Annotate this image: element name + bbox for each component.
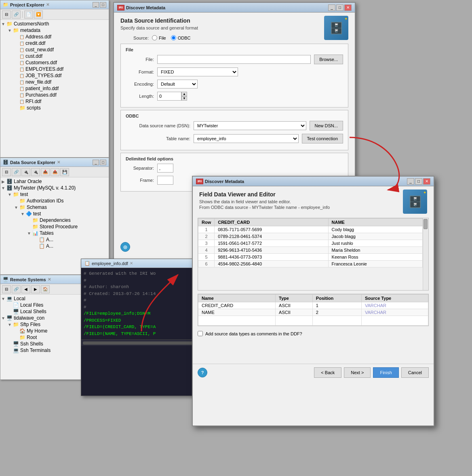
tree-lahar[interactable]: ▶ 🗄️ Lahar Oracle — [1, 178, 108, 185]
tree-rfi[interactable]: 📋 RFI.ddf — [1, 98, 108, 105]
row-num-3: 3 — [198, 240, 215, 247]
schema-icon: 🔷 — [26, 211, 32, 217]
folder-icon: 📁 — [32, 224, 38, 230]
expand-icon: ▼ — [27, 231, 31, 236]
tree-employees[interactable]: 📋 EMPLOYEES.ddf — [1, 66, 108, 72]
main-minimize-btn[interactable]: _ — [328, 4, 335, 11]
odbc-radio-item[interactable]: ODBC — [171, 35, 191, 40]
rs-btn2[interactable]: 🔗 — [12, 285, 21, 293]
rs-btn3[interactable]: ◀ — [21, 285, 30, 293]
tree-test-schema[interactable]: ▼ 🔷 test — [1, 211, 108, 217]
collapse-all-btn[interactable]: ⊟ — [2, 11, 11, 19]
main-maximize-btn[interactable]: □ — [336, 4, 343, 11]
ds-btn1[interactable]: ⊟ — [2, 168, 11, 176]
tree-new-file[interactable]: 📋 new_file.ddf — [1, 79, 108, 85]
tree-customers[interactable]: 📋 Customers.ddf — [1, 59, 108, 66]
frame-input[interactable] — [157, 176, 173, 185]
file-icon: 📋 — [19, 35, 24, 39]
table-scrollbar-thumb[interactable] — [424, 219, 428, 229]
remote-icon: 🖥️ — [3, 277, 8, 282]
format-select[interactable]: FIXED — [157, 67, 238, 76]
finish-button[interactable]: Finish — [373, 367, 398, 378]
close-x-icon: ✕ — [46, 2, 49, 7]
encoding-label: Encoding: — [126, 82, 154, 86]
close-x-icon3: ✕ — [48, 277, 51, 282]
ds-maximize[interactable]: □ — [100, 160, 106, 165]
fv-minimize-btn[interactable]: _ — [407, 178, 414, 185]
tree-cust[interactable]: 📋 cust.ddf — [1, 53, 108, 59]
tree-table-item2[interactable]: 📋 A... — [1, 243, 108, 249]
ds-btn5[interactable]: 📥 — [41, 168, 50, 176]
help-button[interactable]: ? — [198, 368, 207, 377]
ds-btn4[interactable]: 🔌 — [31, 168, 40, 176]
row-num-1: 1 — [198, 226, 215, 233]
ds-minimize[interactable]: _ — [93, 160, 99, 165]
tree-mytwister[interactable]: ▼ 🗄️ MyTwister (MySQL v. 4.1.20) — [1, 185, 108, 191]
field-viewer-dialog: IRI Discover Metadata _ □ ✕ 🗄️ ✦ Field D… — [192, 176, 434, 426]
separator-input[interactable] — [157, 164, 173, 173]
code-line-2: # — [84, 277, 199, 284]
db-icon: 🗄️ — [6, 185, 13, 191]
main-close-btn[interactable]: ✕ — [344, 4, 352, 11]
fv-close-btn[interactable]: ✕ — [423, 178, 430, 185]
rs-btn5[interactable]: 🏠 — [41, 285, 50, 293]
source-types-checkbox[interactable] — [198, 331, 203, 336]
ds-controls: _ □ — [93, 160, 106, 165]
tree-address[interactable]: 📋 Address.ddf — [1, 34, 108, 40]
new-btn[interactable]: 📄 — [24, 11, 33, 19]
rs-btn1[interactable]: ⊟ — [2, 285, 11, 293]
ds-btn6[interactable]: 📤 — [51, 168, 59, 176]
rs-btn4[interactable]: ▶ — [31, 285, 40, 293]
tree-stored-procedure[interactable]: 📁 Stored Procedure — [1, 223, 108, 230]
source-radio-group: File ODBC — [152, 35, 191, 40]
cancel-button[interactable]: Cancel — [401, 367, 429, 378]
ds-btn7[interactable]: 💾 — [60, 168, 69, 176]
tree-table-item1[interactable]: 📋 A... — [1, 236, 108, 243]
tree-scripts[interactable]: 📁 scripts — [1, 105, 108, 111]
file-icon: 📋 — [19, 99, 24, 104]
file-input[interactable] — [157, 55, 311, 64]
ds-btn2[interactable]: 🔗 — [12, 168, 21, 176]
browse-button[interactable]: Browse... — [314, 55, 343, 64]
fv-maximize-btn[interactable]: □ — [415, 178, 422, 185]
minimize-btn[interactable]: _ — [93, 2, 99, 8]
next-button[interactable]: Next > — [344, 367, 371, 378]
tree-tables[interactable]: ▼ 📊 Tables — [1, 230, 108, 236]
back-button[interactable]: < Back — [314, 367, 341, 378]
tree-credit[interactable]: 📋 credit.ddf — [1, 40, 108, 46]
tree-customers-north[interactable]: ▼ 📁 CustomersNorth — [1, 21, 108, 27]
ds-btn3[interactable]: 🔌 — [21, 168, 30, 176]
tree-patient[interactable]: 📋 patient_info.ddf — [1, 85, 108, 92]
odbc-radio[interactable] — [171, 35, 176, 40]
project-explorer: 📁 Project Explorer ✕ _ □ ⊟ 🔗 📄 🔽 ▼ 📁 Cus… — [0, 0, 109, 158]
test-connection-button[interactable]: Test connection — [302, 134, 343, 143]
spinner-up[interactable]: ▲ — [181, 92, 187, 96]
folder-icon: 📁 — [32, 217, 38, 223]
field-col-type: Type — [276, 295, 313, 302]
tree-dependencies[interactable]: 📁 Dependencies — [1, 217, 108, 223]
database-big-icon: 🗄️ — [329, 21, 343, 35]
encoding-select[interactable]: Default — [157, 80, 198, 88]
table-name-select[interactable]: employee_info — [194, 134, 299, 143]
tree-auth-ids[interactable]: 📁 Authorization IDs — [1, 198, 108, 204]
tree-metadata[interactable]: ▼ 📁 metadata — [1, 27, 108, 34]
tree-purchases[interactable]: 📋 Purchases.ddf — [1, 92, 108, 98]
filter-btn[interactable]: 🔽 — [34, 11, 43, 19]
tree-test[interactable]: ▼ 📁 test — [1, 191, 108, 198]
length-input[interactable] — [157, 92, 181, 101]
spinner-down[interactable]: ▼ — [181, 96, 187, 101]
file-radio-item[interactable]: File — [152, 35, 166, 40]
dsn-select[interactable]: MYTwister — [194, 121, 306, 130]
maximize-btn[interactable]: □ — [100, 2, 106, 8]
tree-cust-new[interactable]: 📋 cust_new.ddf — [1, 46, 108, 53]
empty-cell — [362, 316, 428, 326]
link-editor-btn[interactable]: 🔗 — [12, 11, 21, 19]
new-dsn-button[interactable]: New DSN... — [310, 121, 343, 131]
tree-job-types[interactable]: 📋 JOB_TYPES.ddf — [1, 72, 108, 79]
file-radio[interactable] — [152, 35, 157, 40]
tree-schemas[interactable]: ▼ 📁 Schemas — [1, 204, 108, 211]
horizontal-scrollbar[interactable] — [83, 341, 200, 345]
table-scrollbar-track[interactable] — [423, 218, 428, 290]
delimited-label: Delimited field options — [126, 156, 343, 161]
code-scrollbar[interactable] — [81, 339, 202, 346]
